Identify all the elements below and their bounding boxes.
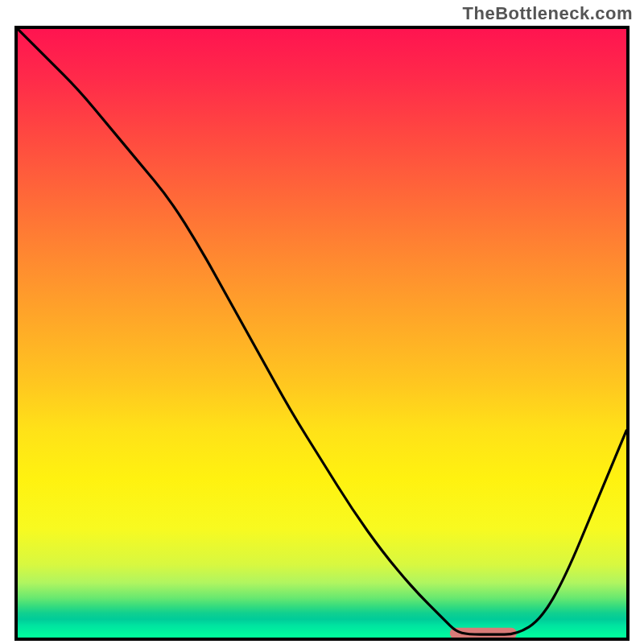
optimal-range-marker — [450, 628, 517, 638]
chart-stage: TheBottleneck.com — [0, 0, 644, 644]
plot-area — [14, 26, 630, 641]
watermark-text: TheBottleneck.com — [463, 3, 633, 24]
plot-overlay — [18, 29, 626, 638]
bottleneck-curve — [18, 29, 626, 634]
